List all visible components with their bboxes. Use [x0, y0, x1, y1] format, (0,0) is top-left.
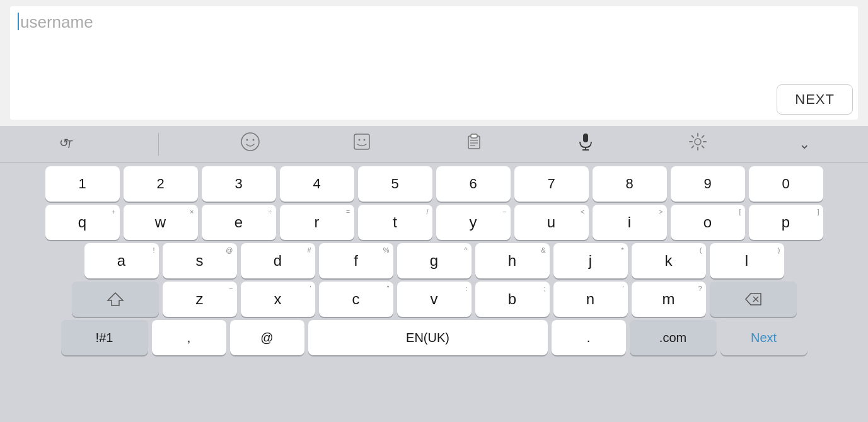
keyboard: 1 2 3 4 5 6 7 8 9 0 q+ w× e÷ r= t/ y− u<… — [0, 163, 868, 359]
space-button[interactable]: EN(UK) — [308, 320, 548, 355]
clipboard-button[interactable] — [453, 127, 495, 161]
svg-point-3 — [246, 139, 248, 141]
sticker-button[interactable] — [341, 127, 383, 161]
key-4[interactable]: 4 — [280, 166, 354, 202]
mic-button[interactable] — [565, 127, 606, 161]
key-x[interactable]: x' — [241, 282, 315, 317]
key-period[interactable]: . — [552, 320, 626, 355]
key-8[interactable]: 8 — [593, 166, 667, 202]
emoji-icon — [240, 131, 261, 157]
key-3[interactable]: 3 — [202, 166, 276, 202]
backspace-button[interactable] — [710, 282, 797, 317]
input-area: username NEXT — [0, 0, 868, 126]
key-l[interactable]: l) — [710, 243, 784, 278]
key-z[interactable]: z− — [163, 282, 237, 317]
svg-point-7 — [364, 139, 366, 141]
key-u[interactable]: u< — [514, 205, 589, 240]
svg-rect-9 — [471, 134, 477, 138]
key-g[interactable]: g^ — [397, 243, 472, 278]
bottom-row: !#1 , @ EN(UK) . .com Next — [3, 320, 865, 355]
translate-button[interactable]: ↺ T — [48, 128, 88, 160]
key-5[interactable]: 5 — [358, 166, 432, 202]
dotcom-button[interactable]: .com — [630, 320, 717, 355]
placeholder-text: username — [20, 13, 93, 32]
key-n[interactable]: n' — [553, 282, 628, 317]
key-q[interactable]: q+ — [45, 205, 120, 240]
key-6[interactable]: 6 — [436, 166, 511, 202]
number-row: 1 2 3 4 5 6 7 8 9 0 — [3, 166, 865, 202]
svg-point-6 — [359, 139, 361, 141]
chevron-down-button[interactable]: ⌄ — [789, 132, 820, 156]
svg-marker-17 — [108, 293, 123, 305]
key-j[interactable]: j* — [553, 243, 628, 278]
key-r[interactable]: r= — [280, 205, 354, 240]
svg-point-16 — [695, 139, 701, 145]
key-b[interactable]: b; — [475, 282, 550, 317]
key-at[interactable]: @ — [230, 320, 304, 355]
key-c[interactable]: c" — [319, 282, 393, 317]
key-f[interactable]: f% — [319, 243, 393, 278]
next-button[interactable]: NEXT — [777, 84, 853, 115]
svg-rect-5 — [354, 134, 369, 149]
key-d[interactable]: d# — [241, 243, 315, 278]
next-key-button[interactable]: Next — [720, 320, 807, 355]
svg-point-4 — [252, 139, 254, 141]
key-o[interactable]: o[ — [671, 205, 745, 240]
qwerty-row: q+ w× e÷ r= t/ y− u< i> o[ p] — [3, 205, 865, 240]
key-0[interactable]: 0 — [749, 166, 823, 202]
sticker-icon — [351, 131, 373, 157]
key-a[interactable]: a! — [84, 243, 159, 278]
keyboard-toolbar: ↺ T — [0, 126, 868, 163]
svg-rect-13 — [583, 134, 588, 142]
mic-icon — [575, 131, 596, 157]
shift-button[interactable] — [72, 282, 159, 317]
key-t[interactable]: t/ — [358, 205, 432, 240]
special-chars-button[interactable]: !#1 — [61, 320, 148, 355]
key-m[interactable]: m? — [632, 282, 706, 317]
asdf-row: a! s@ d# f% g^ h& j* k( l) — [3, 243, 865, 278]
settings-icon — [687, 131, 709, 157]
key-y[interactable]: y− — [436, 205, 511, 240]
chevron-down-icon: ⌄ — [799, 136, 810, 152]
translate-icon: ↺ T — [58, 132, 78, 156]
clipboard-icon — [463, 131, 485, 157]
key-comma[interactable]: , — [152, 320, 226, 355]
key-e[interactable]: e÷ — [202, 205, 276, 240]
key-s[interactable]: s@ — [163, 243, 237, 278]
key-i[interactable]: i> — [593, 205, 667, 240]
key-2[interactable]: 2 — [124, 166, 198, 202]
key-h[interactable]: h& — [475, 243, 550, 278]
settings-button[interactable] — [677, 127, 719, 161]
svg-point-2 — [241, 133, 259, 151]
key-7[interactable]: 7 — [514, 166, 589, 202]
key-1[interactable]: 1 — [45, 166, 120, 202]
key-9[interactable]: 9 — [671, 166, 745, 202]
emoji-button[interactable] — [229, 127, 271, 161]
toolbar-divider-1 — [158, 133, 159, 156]
key-k[interactable]: k( — [632, 243, 706, 278]
svg-text:T: T — [66, 139, 73, 150]
key-w[interactable]: w× — [124, 205, 198, 240]
username-input[interactable]: username — [10, 6, 858, 120]
zxcv-row: z− x' c" v: b; n' m? — [3, 282, 865, 317]
key-v[interactable]: v: — [397, 282, 472, 317]
text-cursor — [18, 13, 19, 30]
key-p[interactable]: p] — [749, 205, 823, 240]
